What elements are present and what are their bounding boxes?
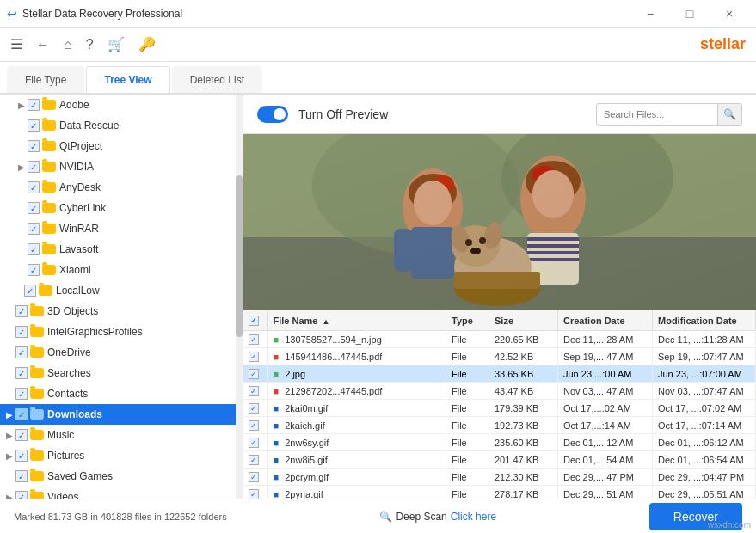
sidebar-item-label: OneDrive bbox=[47, 346, 91, 358]
tree-checkbox[interactable] bbox=[28, 264, 40, 276]
row-checkbox[interactable]: ✓ bbox=[249, 420, 259, 431]
sidebar-item-label: Adobe bbox=[59, 99, 89, 111]
tree-checkbox[interactable] bbox=[28, 202, 40, 214]
svg-rect-28 bbox=[243, 134, 756, 310]
table-row[interactable]: ✓ ■ 2nw8i5.gif File 201.47 KB Dec 01,...… bbox=[243, 451, 756, 469]
tree-checkbox[interactable] bbox=[15, 470, 28, 482]
row-checkbox[interactable]: ✓ bbox=[249, 334, 259, 345]
help-icon[interactable]: ? bbox=[86, 37, 94, 52]
tree-checkbox[interactable] bbox=[15, 450, 28, 462]
tree-checkbox[interactable] bbox=[15, 408, 28, 420]
tree-checkbox[interactable] bbox=[28, 99, 40, 111]
sidebar-item-qtproject[interactable]: QtProject bbox=[0, 136, 243, 156]
sidebar-item-3d-objects[interactable]: 3D Objects bbox=[0, 301, 243, 322]
back-icon[interactable]: ← bbox=[36, 37, 50, 52]
scrollbar-thumb[interactable] bbox=[236, 175, 243, 337]
table-row[interactable]: ✓ ■ 212987202...47445.pdf File 43.47 KB … bbox=[243, 383, 756, 400]
sidebar-item-pictures[interactable]: ▶ Pictures bbox=[0, 445, 243, 466]
menu-icon[interactable]: ☰ bbox=[10, 36, 22, 52]
sidebar-item-xiaomi[interactable]: Xiaomi bbox=[0, 260, 243, 280]
tree-checkbox[interactable] bbox=[28, 243, 40, 255]
sidebar-item-anydesk[interactable]: AnyDesk bbox=[0, 177, 243, 198]
table-row[interactable]: ✓ ■ 145941486...47445.pdf File 42.52 KB … bbox=[243, 348, 756, 365]
search-button[interactable]: 🔍 bbox=[717, 103, 741, 126]
row-checkbox[interactable]: ✓ bbox=[249, 386, 259, 396]
table-row[interactable]: ✓ ■ 2pcrym.gif File 212.30 KB Dec 29,...… bbox=[243, 469, 756, 486]
file-icon: ■ bbox=[274, 403, 280, 414]
row-modified: Dec 01, ...:06:54 AM bbox=[653, 451, 756, 469]
tree-checkbox[interactable] bbox=[28, 223, 40, 235]
close-button[interactable]: × bbox=[710, 0, 749, 28]
table-row[interactable]: ✓ ■ 2kaich.gif File 192.73 KB Oct 17,...… bbox=[243, 417, 756, 434]
tab-tree-view[interactable]: Tree View bbox=[86, 66, 169, 93]
tree-checkbox[interactable] bbox=[15, 491, 28, 499]
table-row[interactable]: ✓ ■ 130758527...594_n.jpg File 220.65 KB… bbox=[243, 331, 756, 348]
row-size: 201.47 KB bbox=[489, 451, 558, 469]
file-name-text: 2.jpg bbox=[285, 369, 305, 379]
sidebar-item-label: Videos bbox=[47, 491, 78, 499]
tree-checkbox[interactable] bbox=[15, 346, 28, 358]
tab-file-type[interactable]: File Type bbox=[7, 66, 84, 93]
folder-icon bbox=[30, 327, 44, 337]
minimize-button[interactable]: − bbox=[630, 0, 670, 28]
th-type[interactable]: Type bbox=[446, 310, 489, 331]
tree-checkbox[interactable] bbox=[15, 388, 28, 400]
row-checkbox[interactable]: ✓ bbox=[249, 455, 259, 465]
row-type: File bbox=[446, 451, 489, 469]
sidebar-item-localow[interactable]: LocalLow bbox=[0, 280, 243, 301]
sidebar-item-lavasoft[interactable]: Lavasoft bbox=[0, 239, 243, 260]
click-here-link[interactable]: Click here bbox=[451, 511, 496, 523]
sidebar-item-music[interactable]: ▶ Music bbox=[0, 425, 243, 445]
file-icon: ■ bbox=[274, 455, 280, 465]
table-row[interactable]: ✓ ■ 2nw6sy.gif File 235.60 KB Dec 01,...… bbox=[243, 434, 756, 451]
maximize-button[interactable]: □ bbox=[670, 0, 710, 28]
search-input[interactable] bbox=[597, 107, 717, 121]
tree-checkbox[interactable] bbox=[15, 305, 28, 317]
sidebar-item-nvidia[interactable]: ▶ NVIDIA bbox=[0, 156, 243, 177]
sidebar-item-searches[interactable]: Searches bbox=[0, 363, 243, 383]
row-type: File bbox=[446, 417, 489, 434]
sidebar-item-videos[interactable]: ▶ Videos bbox=[0, 487, 243, 499]
th-modification[interactable]: Modification Date bbox=[653, 310, 756, 331]
row-checkbox[interactable]: ✓ bbox=[249, 352, 259, 362]
tree-checkbox[interactable] bbox=[28, 140, 40, 152]
row-checkbox[interactable]: ✓ bbox=[249, 472, 259, 482]
row-checkbox[interactable]: ✓ bbox=[249, 369, 259, 379]
sidebar-item-saved-games[interactable]: Saved Games bbox=[0, 466, 243, 487]
tree-checkbox[interactable] bbox=[15, 367, 28, 379]
row-checkbox[interactable]: ✓ bbox=[249, 438, 259, 448]
tree-checkbox[interactable] bbox=[24, 285, 36, 297]
tree-checkbox[interactable] bbox=[15, 326, 28, 338]
sidebar-item-winrar[interactable]: WinRAR bbox=[0, 218, 243, 239]
tree-checkbox[interactable] bbox=[28, 119, 40, 132]
table-row[interactable]: ✓ ■ 2kai0m.gif File 179.39 KB Oct 17,...… bbox=[243, 400, 756, 417]
th-filename[interactable]: File Name ▲ bbox=[267, 310, 446, 331]
row-size: 220.65 KB bbox=[489, 331, 558, 348]
sidebar-item-downloads[interactable]: ▶ Downloads bbox=[0, 404, 243, 425]
table-row[interactable]: ✓ ■ 2.jpg File 33.65 KB Jun 23,...:00 AM… bbox=[243, 365, 756, 383]
row-checkbox[interactable]: ✓ bbox=[249, 403, 259, 414]
cart-icon[interactable]: 🛒 bbox=[108, 36, 125, 52]
tab-deleted-list[interactable]: Deleted List bbox=[172, 66, 262, 93]
home-icon[interactable]: ⌂ bbox=[64, 37, 72, 52]
sidebar-item-cyberlink[interactable]: CyberLink bbox=[0, 198, 243, 218]
row-size: 212.30 KB bbox=[489, 469, 558, 486]
th-size[interactable]: Size bbox=[489, 310, 558, 331]
preview-toggle[interactable] bbox=[257, 106, 288, 123]
tree-checkbox[interactable] bbox=[15, 429, 28, 441]
sidebar-scrollbar[interactable] bbox=[236, 95, 243, 499]
row-filename: ■ 2pcrym.gif bbox=[267, 469, 446, 486]
sidebar-item-data-rescue[interactable]: Data Rescue bbox=[0, 115, 243, 136]
sidebar-item-adobe[interactable]: ▶ Adobe bbox=[0, 95, 243, 115]
sidebar-item-onedrive[interactable]: OneDrive bbox=[0, 342, 243, 363]
sidebar-item-intel[interactable]: IntelGraphicsProfiles bbox=[0, 322, 243, 342]
key-icon[interactable]: 🔑 bbox=[138, 36, 156, 52]
tree-checkbox[interactable] bbox=[28, 181, 40, 193]
sidebar-item-contacts[interactable]: Contacts bbox=[0, 383, 243, 404]
select-all-checkbox[interactable]: ✓ bbox=[249, 316, 259, 326]
sidebar-item-label: Music bbox=[47, 429, 74, 441]
tree-checkbox[interactable] bbox=[28, 161, 40, 173]
th-creation[interactable]: Creation Date bbox=[558, 310, 653, 331]
table-row[interactable]: ✓ ■ 2pyrja.gif File 278.17 KB Dec 29,...… bbox=[243, 486, 756, 499]
row-checkbox[interactable]: ✓ bbox=[249, 489, 259, 499]
